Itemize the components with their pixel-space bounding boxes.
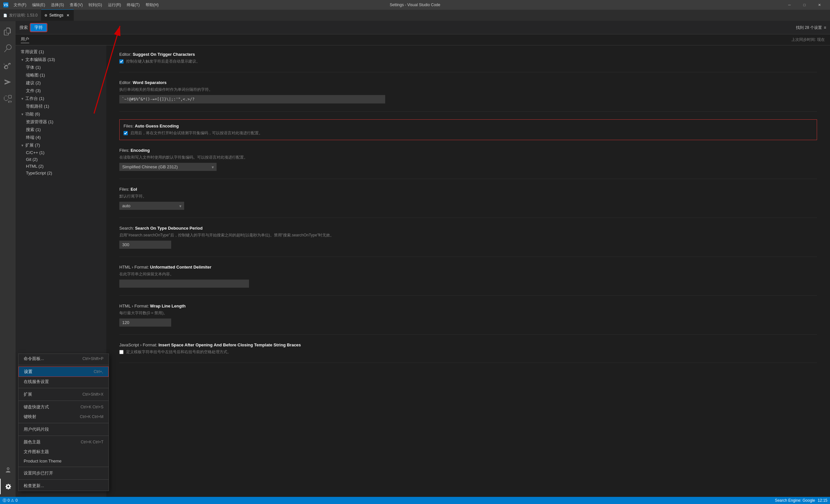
arrow-text-editor: ▼ <box>21 58 24 62</box>
sidebar-item-font[interactable]: 字体 (1) <box>15 64 106 71</box>
sidebar-item-html[interactable]: HTML (2) <box>15 163 106 169</box>
menu-goto[interactable]: 转到(G) <box>86 2 104 8</box>
setting-desc-html-unformatted: 在此字符串之间保留文本内容。 <box>119 272 817 277</box>
user-tab[interactable]: 用户 <box>21 36 29 43</box>
search-label: 搜索 <box>20 25 28 30</box>
setting-title-debounce: Search: Search On Type Debounce Period <box>119 226 817 230</box>
sidebar-item-git[interactable]: Git (2) <box>15 156 106 163</box>
menu-item-user-snippets[interactable]: 用户代码片段 <box>19 424 108 434</box>
menu-run[interactable]: 运行(R) <box>105 2 124 8</box>
activity-settings[interactable] <box>0 479 15 494</box>
activity-account[interactable] <box>0 462 15 477</box>
minimize-button[interactable]: ─ <box>782 0 797 10</box>
menu-item-settings[interactable]: 设置 Ctrl+, <box>19 367 108 377</box>
tabbar: 📄 发行说明: 1.53.0 ⚙ Settings ✕ <box>0 10 830 21</box>
menu-separator-3 <box>19 401 108 401</box>
statusbar-errors[interactable]: ⓪ 0 ⚠ 0 <box>3 498 18 503</box>
setting-prefix-eol: Files: <box>119 187 131 192</box>
tab-release-notes[interactable]: 📄 发行说明: 1.53.0 <box>0 9 41 21</box>
debounce-input[interactable] <box>119 241 171 249</box>
filter-icon[interactable]: ≡ <box>824 25 826 30</box>
sidebar-item-minimap[interactable]: 缩略图 (1) <box>15 71 106 79</box>
menu-item-keymap-label: 键映射 <box>24 414 36 420</box>
menu-help[interactable]: 帮助(H) <box>143 2 161 8</box>
setting-title-word-sep: Editor: Word Separators <box>119 80 817 85</box>
setting-bold-suggest: Suggest On Trigger Characters <box>133 52 195 57</box>
sidebar-item-explorer[interactable]: 资源管理器 (1) <box>15 118 106 126</box>
context-menu: 命令面板... Ctrl+Shift+P 设置 Ctrl+, 在线服务设置 扩展… <box>18 353 109 491</box>
sidebar-item-breadcrumbs[interactable]: 导航路径 (1) <box>15 102 106 110</box>
statusbar: ⓪ 0 ⚠ 0 Search Engine: Google 12:15 <box>0 497 830 504</box>
tab-close-settings[interactable]: ✕ <box>65 13 70 18</box>
menu-file[interactable]: 文件(F) <box>11 2 29 8</box>
setting-prefix-word-sep: Editor: <box>119 80 133 85</box>
setting-desc-debounce: 启用"#search.searchOnType"后，控制键入的字符与开始搜索之间… <box>119 232 817 238</box>
sidebar-item-cpp[interactable]: C/C++ (1) <box>15 149 106 156</box>
setting-desc-word-sep: 执行单词相关的导航或操作时作为单词分隔符的字符。 <box>119 87 817 92</box>
menu-item-command-palette[interactable]: 命令面板... Ctrl+Shift+P <box>19 354 108 364</box>
menu-item-color-theme[interactable]: 颜色主题 Ctrl+K Ctrl+T <box>19 437 108 447</box>
checkbox-suggest[interactable] <box>119 59 124 64</box>
setting-prefix-html-wrap: HTML › Format: <box>119 304 150 309</box>
sidebar-item-features[interactable]: ▼功能 (6) <box>15 110 106 118</box>
menu-item-command-palette-shortcut: Ctrl+Shift+P <box>82 356 103 361</box>
setting-eol: Files: Eol 默认行尾字符。 auto ▾ <box>119 187 817 218</box>
setting-title-html-unformatted: HTML › Format: Unformatted Content Delim… <box>119 265 817 270</box>
menu-item-user-snippets-label: 用户代码片段 <box>24 427 49 432</box>
setting-title-encoding: Files: Encoding <box>119 148 817 153</box>
setting-desc-eol: 默认行尾字符。 <box>119 194 817 199</box>
menu-edit[interactable]: 编辑(E) <box>30 2 47 8</box>
activity-extensions[interactable] <box>0 91 15 107</box>
menu-item-check-updates[interactable]: 检查更新... <box>19 481 108 491</box>
sidebar-item-text-editor[interactable]: ▼文本编辑器 (13) <box>15 56 106 64</box>
setting-desc-html-wrap: 每行最大字符数(0 = 禁用)。 <box>119 310 817 316</box>
maximize-button[interactable]: □ <box>797 0 812 10</box>
menu-item-online-services[interactable]: 在线服务设置 <box>19 377 108 387</box>
close-button[interactable]: ✕ <box>812 0 827 10</box>
menu-terminal[interactable]: 终端(T) <box>124 2 142 8</box>
tab-label-settings: Settings <box>49 13 63 18</box>
menu-item-command-palette-label: 命令面板... <box>24 356 44 361</box>
sidebar-item-common[interactable]: 常用设置 (1) <box>15 48 106 56</box>
menu-item-keymap[interactable]: 键映射 Ctrl+K Ctrl+M <box>19 412 108 421</box>
menu-select[interactable]: 选择(S) <box>48 2 66 8</box>
menu-separator-5 <box>19 436 108 436</box>
sidebar-item-terminal[interactable]: 终端 (4) <box>15 134 106 141</box>
html-wrap-input[interactable] <box>119 318 171 326</box>
checkbox-auto-guess[interactable] <box>124 131 128 135</box>
setting-prefix-auto-guess: Files: <box>124 124 135 128</box>
search-tab-active[interactable]: 字符 <box>30 24 47 31</box>
sidebar-item-workbench[interactable]: ▼工作台 (1) <box>15 95 106 102</box>
sidebar-item-suggest[interactable]: 建议 (2) <box>15 79 106 87</box>
menu-item-sync-enabled-label: 设置同步已打开 <box>24 470 53 476</box>
content-area: 常用设置 (1) ▼文本编辑器 (13) 字体 (1) 缩略图 (1) 建议 (… <box>15 45 830 497</box>
menu-item-file-icon-theme[interactable]: 文件图标主题 <box>19 447 108 456</box>
menu-item-extensions[interactable]: 扩展 Ctrl+Shift+X <box>19 389 108 399</box>
statusbar-left: ⓪ 0 ⚠ 0 <box>3 498 18 503</box>
activity-explorer[interactable] <box>0 24 15 39</box>
sidebar-item-files-sub[interactable]: 文件 (3) <box>15 87 106 95</box>
menu-item-product-icon-theme-label: Product Icon Theme <box>24 459 62 464</box>
activity-source-control[interactable] <box>0 57 15 73</box>
menu-item-keyboard-shortcuts[interactable]: 键盘快捷方式 Ctrl+K Ctrl+S <box>19 402 108 412</box>
menu-view[interactable]: 查看(V) <box>67 2 85 8</box>
checkbox-row-suggest: 控制在键入触发字符后是否自动显示建议。 <box>119 59 817 64</box>
activity-search[interactable] <box>0 40 15 56</box>
eol-select[interactable]: auto <box>119 202 184 210</box>
sidebar-item-extensions[interactable]: ▼扩展 (7) <box>15 141 106 149</box>
window-controls[interactable]: ─ □ ✕ <box>782 0 827 10</box>
tab-settings[interactable]: ⚙ Settings ✕ <box>41 9 74 21</box>
checkbox-js-braces[interactable] <box>119 350 124 354</box>
setting-search-debounce: Search: Search On Type Debounce Period 启… <box>119 226 817 257</box>
activity-run[interactable] <box>0 74 15 90</box>
setting-desc-suggest: 控制在键入触发字符后是否自动显示建议。 <box>126 59 200 64</box>
encoding-select[interactable]: Simplified Chinese (GB 2312) <box>119 163 217 171</box>
sidebar-item-typescript[interactable]: TypeScript (2) <box>15 169 106 177</box>
html-unformatted-input[interactable] <box>119 280 249 288</box>
menu-item-sync-enabled[interactable]: 设置同步已打开 <box>19 468 108 478</box>
sidebar-item-search[interactable]: 搜索 (1) <box>15 126 106 134</box>
activity-bar <box>0 21 15 497</box>
menu-item-product-icon-theme[interactable]: Product Icon Theme <box>19 456 108 465</box>
main-layout: 搜索 字符 找到 28 个设置 ≡ 用户 上次同步时间: 现在 常用设置 (1)… <box>0 21 830 497</box>
titlebar-menu[interactable]: 文件(F) 编辑(E) 选择(S) 查看(V) 转到(G) 运行(R) 终端(T… <box>11 2 161 8</box>
